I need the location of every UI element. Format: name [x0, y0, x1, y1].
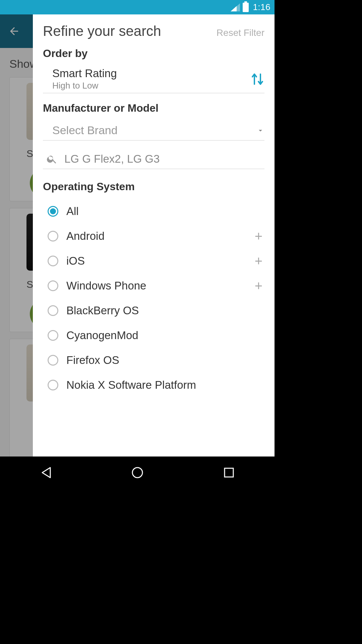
svg-point-0 — [132, 468, 142, 478]
os-option[interactable]: Windows Phone+ — [43, 273, 264, 298]
os-radio-list: AllAndroid+iOS+Windows Phone+BlackBerry … — [43, 199, 264, 397]
os-option-label: Android — [66, 230, 255, 243]
model-search-field[interactable] — [43, 149, 264, 169]
os-option[interactable]: iOS+ — [43, 249, 264, 273]
refine-panel: Refine your search Reset Filter Order by… — [33, 14, 275, 457]
os-option-label: Windows Phone — [66, 279, 255, 292]
expand-icon[interactable]: + — [255, 254, 264, 269]
reset-filter-button[interactable]: Reset Filter — [217, 28, 264, 38]
nav-home-button[interactable] — [130, 465, 145, 480]
os-option[interactable]: All — [43, 199, 264, 224]
model-search-input[interactable] — [64, 153, 264, 165]
brand-select[interactable]: Select Brand — [43, 120, 264, 141]
battery-icon — [243, 3, 249, 12]
radio-button[interactable] — [48, 206, 58, 217]
os-option[interactable]: Firefox OS — [43, 348, 264, 373]
radio-button[interactable] — [48, 380, 58, 390]
status-bar: 1:16 — [0, 0, 275, 14]
sort-direction-icon[interactable] — [250, 71, 264, 87]
radio-button[interactable] — [48, 231, 58, 241]
order-main: Smart Rating — [52, 67, 117, 80]
os-option-label: Nokia X Software Platform — [66, 379, 264, 391]
status-time: 1:16 — [253, 2, 270, 12]
radio-button[interactable] — [48, 280, 58, 291]
radio-button[interactable] — [48, 305, 58, 316]
manufacturer-label: Manufacturer or Model — [43, 102, 264, 114]
os-option-label: BlackBerry OS — [66, 304, 264, 317]
chevron-down-icon — [256, 126, 264, 135]
os-option[interactable]: CyanogenMod — [43, 323, 264, 348]
os-option-label: iOS — [66, 255, 255, 267]
os-label: Operating System — [43, 180, 264, 193]
order-by-label: Order by — [43, 47, 264, 60]
os-option[interactable]: Android+ — [43, 224, 264, 249]
brand-placeholder: Select Brand — [52, 124, 118, 137]
radio-button[interactable] — [48, 330, 58, 341]
nav-recent-button[interactable] — [222, 465, 236, 480]
os-option-label: CyanogenMod — [66, 329, 264, 342]
nav-bar — [0, 457, 275, 488]
order-sub: High to Low — [52, 80, 117, 91]
panel-title: Refine your search — [43, 23, 161, 39]
os-option-label: Firefox OS — [66, 354, 264, 367]
os-option-label: All — [66, 205, 264, 218]
radio-button[interactable] — [48, 355, 58, 366]
svg-rect-1 — [225, 468, 233, 477]
expand-icon[interactable]: + — [255, 278, 264, 293]
radio-button[interactable] — [48, 256, 58, 266]
os-option[interactable]: BlackBerry OS — [43, 298, 264, 323]
signal-icon — [231, 3, 240, 11]
nav-back-button[interactable] — [39, 465, 53, 480]
os-option[interactable]: Nokia X Software Platform — [43, 373, 264, 397]
order-by-selector[interactable]: Smart Rating High to Low — [43, 66, 264, 93]
expand-icon[interactable]: + — [255, 229, 264, 244]
search-icon — [46, 153, 58, 165]
